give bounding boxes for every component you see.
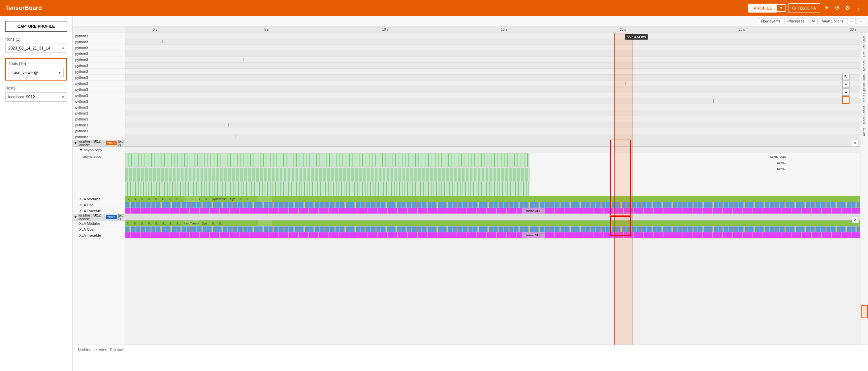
xla-sync-label: SyncTensor	[211, 197, 229, 201]
tpu1-xla-modules-track: S... S... S... S... S... S... S... S... …	[125, 220, 860, 226]
tpu1-collapse-icon[interactable]: ▼	[74, 215, 77, 219]
async-asyn-label-1: asyn...	[776, 160, 787, 165]
async-collapse-icon[interactable]: ▼	[79, 148, 83, 152]
tpu1-sync-label: SyncTensor	[182, 222, 200, 225]
async-copy-right-label: async-copy	[769, 154, 787, 159]
profile-dropdown-button[interactable]: ▼	[777, 4, 785, 12]
refresh-button[interactable]: ↺	[833, 3, 841, 13]
trace-labels-label[interactable]: Trace Labels	[862, 104, 866, 126]
tpu1-xla-ops-label: XLA Ops	[72, 226, 125, 233]
tools-select[interactable]: trace_viewer@	[9, 68, 63, 77]
runs-select[interactable]: 2023_08_14_21_31_14	[6, 44, 67, 53]
track-canvas[interactable]: async-copy asyn... asyn... S... S... S..…	[125, 33, 860, 345]
hosts-section: Hosts localhost_9012 ▼	[5, 86, 67, 102]
view-options-button[interactable]: View Options	[819, 18, 846, 24]
profile-button[interactable]: PROFILE	[748, 4, 777, 12]
fire-size-stats-label[interactable]: Fire Size Stats	[862, 34, 866, 58]
python3-label-10: python3	[72, 87, 125, 92]
hosts-select[interactable]: localhost_9012	[6, 93, 67, 101]
m-button[interactable]: M	[809, 18, 817, 24]
trace-viewer[interactable]: 0 s 5 s 10 s 15 s 20 s 25 s 30 s python3…	[72, 26, 868, 371]
nav-left-button[interactable]: ←	[847, 18, 856, 24]
tpu0-pid: (pid 2)	[118, 140, 125, 147]
python3-track-10	[125, 87, 860, 92]
async-copy-label: ▼ async-copy	[72, 147, 125, 153]
async-copy-sub-label: async-copy	[72, 153, 125, 196]
python3-label-11: python3	[72, 92, 125, 98]
ruler-5s: 5 s	[264, 28, 269, 31]
metrics-label[interactable]: Metrics	[862, 59, 866, 72]
python3-label-18: python3	[72, 134, 125, 140]
brightness-button[interactable]: ☀	[823, 3, 831, 13]
more-button[interactable]: ⋮	[854, 3, 863, 13]
xla-s-label: S...	[246, 197, 253, 201]
xla-s-label: S...	[161, 197, 168, 201]
python3-label-5: python3	[72, 57, 125, 63]
topbar: TensorBoard PROFILE ▼ ⊙ TB.CORP ☀ ↺ ⚙ ⋮	[0, 0, 868, 16]
tpu0-fusion-label: fusion.311	[522, 208, 545, 214]
ruler-20s: 20 s	[620, 28, 626, 31]
zoom-out-button[interactable]: –	[842, 89, 849, 96]
python3-label-7: python3	[72, 69, 125, 74]
zoom-horizontal-button[interactable]: ↔	[842, 96, 849, 104]
python3-track-12	[125, 98, 860, 104]
tpu1-xla-ops-track	[125, 226, 860, 233]
hosts-label: Hosts	[5, 86, 67, 90]
xla-s-label: S...	[175, 197, 182, 201]
runs-section: Runs (1) 2023_08_14_21_31_14 ▼	[5, 37, 67, 53]
tpu0-collapse-icon[interactable]: ▼	[74, 141, 77, 145]
profile-dropdown: PROFILE ▼	[748, 4, 785, 12]
processes-button[interactable]: Processes	[784, 18, 807, 24]
python3-label-4: python3	[72, 51, 125, 57]
track-labels: python3 python3 python3 python3 python3 …	[72, 33, 125, 345]
alerts-label[interactable]: Alerts	[862, 126, 866, 137]
tpu0-close-button[interactable]: ✕	[852, 140, 859, 146]
ruler-10s: 10 s	[382, 28, 388, 31]
input-pipeline-label[interactable]: Input Pipeline Data	[862, 73, 866, 104]
tpu0-section-spacer	[125, 140, 860, 147]
ruler-15s: 15 s	[501, 28, 507, 31]
python3-track-1	[125, 33, 860, 39]
tpu1-badge: TPU:1	[106, 215, 117, 219]
tpu1-section-spacer	[125, 214, 860, 220]
python3-label-6: python3	[72, 63, 125, 69]
xla-s-label: S...	[189, 197, 197, 201]
xla-s-label: S...	[239, 197, 246, 201]
corp-button[interactable]: ⊙ TB.CORP	[788, 3, 820, 13]
tpu0-header-label: ▼ localhost_9012 /device: TPU:0 (pid 2)	[72, 140, 125, 147]
python3-track-13	[125, 104, 860, 110]
async-copy-section: async-copy asyn... asyn...	[125, 153, 860, 196]
tpu1-header-label: ▼ localhost_9012 /device: TPU:1 (pid 7)	[72, 214, 125, 220]
settings-button[interactable]: ⚙	[844, 3, 851, 13]
capture-profile-button[interactable]: CAPTURE PROFILE	[5, 21, 67, 32]
python3-track-17	[125, 128, 860, 134]
nav-right-button[interactable]: →	[857, 18, 865, 24]
xla-s-label: S...	[196, 197, 204, 201]
python3-track-14	[125, 110, 860, 116]
tpu1-xla-trace-label: XLA TraceMe	[72, 233, 125, 238]
tpu0-xla-ops-label: XLA Ops	[72, 202, 125, 208]
ruler-25s: 25 s	[739, 28, 745, 31]
right-sidebar: Fire Size Stats Metrics Input Pipeline D…	[860, 33, 868, 345]
tpu0-xla-ops-track	[125, 202, 860, 208]
python3-track-3	[125, 45, 860, 51]
python3-label-13: python3	[72, 104, 125, 110]
cursor-tool-button[interactable]: ↖	[842, 72, 849, 80]
xla-s-label: S...	[168, 197, 175, 201]
tpu0-header-text: localhost_9012 /device:	[79, 140, 105, 147]
ruler-0s: 0 s	[153, 28, 157, 31]
zoom-in-button[interactable]: +	[842, 81, 849, 88]
tpu0-badge: TPU:0	[106, 141, 117, 145]
zoom-controls: ↖ + – ↔	[842, 72, 849, 104]
main-layout: CAPTURE PROFILE Runs (1) 2023_08_14_21_3…	[0, 16, 868, 371]
tpu0-xla-trace-track: fusion.311	[125, 208, 860, 214]
detail-message: Nothing selected. Tap stuff.	[78, 347, 125, 352]
flow-events-button[interactable]: Flow events	[758, 18, 783, 24]
tpu1-close-button[interactable]: ✕	[852, 217, 859, 223]
topbar-left: TensorBoard	[5, 5, 42, 11]
xla-s-label: S...	[182, 197, 189, 201]
tpu1-pid: (pid 7)	[118, 214, 125, 221]
python3-track-9	[125, 81, 860, 87]
xla-s-label: S...	[125, 197, 133, 201]
runs-select-wrapper: 2023_08_14_21_31_14 ▼	[5, 43, 67, 53]
